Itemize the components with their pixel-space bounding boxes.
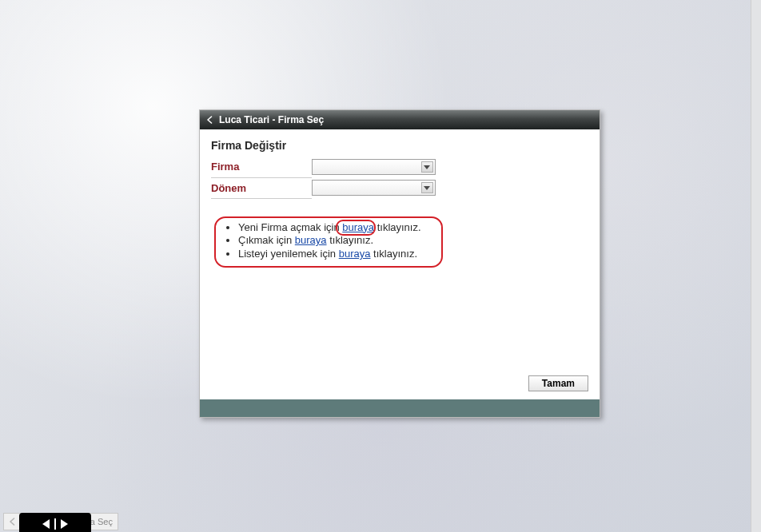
dialog-content: Firma Değiştir Firma Dönem Yeni Firma aç… [200, 129, 600, 315]
back-icon[interactable] [206, 116, 214, 124]
right-scroll-strip [751, 0, 761, 532]
firma-select[interactable] [312, 159, 436, 175]
donem-select[interactable] [312, 180, 436, 196]
form-table: Firma Dönem [211, 157, 444, 199]
dialog-title: Luca Ticari - Firma Seç [219, 114, 324, 125]
dialog-footer-bar [200, 399, 600, 417]
callout-item-refresh: Listeyi yenilemek için buraya tıklayınız… [238, 248, 433, 261]
callout-box: Yeni Firma açmak için buraya tıklayınız.… [214, 216, 443, 268]
nav-divider [54, 518, 56, 530]
dialog-button-row: Tamam [200, 371, 600, 399]
link-refresh[interactable]: buraya [339, 248, 371, 260]
nav-prev-icon[interactable] [42, 519, 50, 529]
callout-item-new-firma: Yeni Firma açmak için buraya tıklayınız. [238, 221, 433, 235]
ok-button[interactable]: Tamam [528, 375, 588, 391]
dialog-heading: Firma Değiştir [211, 139, 588, 152]
nav-overlay[interactable] [19, 513, 91, 532]
callout-list: Yeni Firma açmak için buraya tıklayınız.… [224, 221, 433, 262]
stub-back-icon [9, 518, 17, 526]
dialog-title-bar: Luca Ticari - Firma Seç [200, 110, 600, 129]
nav-next-icon[interactable] [61, 519, 68, 529]
link-exit[interactable]: buraya [295, 234, 327, 246]
donem-label: Dönem [211, 177, 312, 198]
callout-item-exit: Çıkmak için buraya tıklayınız. [238, 234, 433, 248]
link-new-firma[interactable]: buraya [342, 221, 374, 233]
stub-label: a Seç [90, 517, 113, 526]
firma-sec-dialog: Luca Ticari - Firma Seç Firma Değiştir F… [199, 109, 600, 418]
firma-label: Firma [211, 157, 312, 177]
